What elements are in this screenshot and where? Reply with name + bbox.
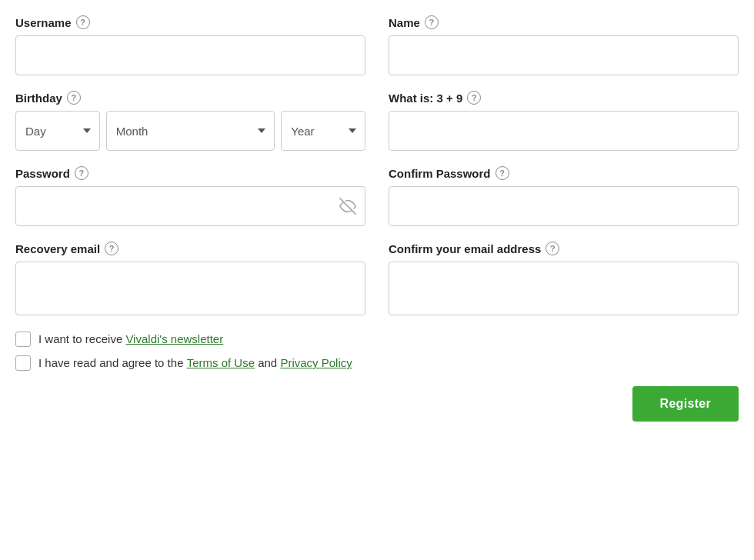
recovery-email-input[interactable] xyxy=(15,262,365,315)
month-select[interactable]: Month JanuaryFebruaryMarch AprilMayJune … xyxy=(106,111,275,151)
password-wrapper xyxy=(15,186,365,226)
username-input[interactable] xyxy=(15,35,365,75)
password-label-text: Password xyxy=(15,167,70,180)
birthday-selects: Day 123 Month JanuaryFebruaryMarch April… xyxy=(15,111,365,151)
registration-form: Username ? Name ? Birthday ? Day xyxy=(15,15,739,422)
username-help-icon[interactable]: ? xyxy=(76,15,90,29)
terms-checkbox[interactable] xyxy=(15,355,31,371)
password-input[interactable] xyxy=(15,186,365,226)
password-group: Password ? xyxy=(15,166,365,226)
register-button[interactable]: Register xyxy=(632,386,739,422)
name-input[interactable] xyxy=(389,35,739,75)
confirm-password-input[interactable] xyxy=(389,186,739,226)
newsletter-text-before: I want to receive xyxy=(38,332,125,345)
newsletter-link[interactable]: Vivaldi's newsletter xyxy=(125,332,223,345)
captcha-label: What is: 3 + 9 ? xyxy=(389,91,739,105)
month-wrapper: Month JanuaryFebruaryMarch AprilMayJune … xyxy=(106,111,275,151)
password-help-icon[interactable]: ? xyxy=(75,166,88,180)
newsletter-label[interactable]: I want to receive Vivaldi's newsletter xyxy=(38,331,223,347)
newsletter-checkbox[interactable] xyxy=(15,332,31,347)
birthday-help-icon[interactable]: ? xyxy=(67,91,81,105)
recovery-email-label: Recovery email ? xyxy=(15,242,365,255)
birthday-group: Birthday ? Day 123 Month JanuaryFebruary… xyxy=(15,91,365,151)
birthday-label-text: Birthday xyxy=(15,92,62,105)
captcha-group: What is: 3 + 9 ? xyxy=(389,91,739,151)
captcha-input[interactable] xyxy=(389,111,739,151)
name-label-text: Name xyxy=(389,16,420,29)
year-select[interactable]: Year 200020012002 xyxy=(281,111,365,151)
username-label: Username ? xyxy=(15,15,365,29)
terms-checkbox-group: I have read and agree to the Terms of Us… xyxy=(15,355,739,371)
confirm-password-label-text: Confirm Password xyxy=(389,167,491,180)
terms-text-middle: and xyxy=(255,356,280,369)
captcha-label-text: What is: 3 + 9 xyxy=(389,92,462,105)
confirm-password-help-icon[interactable]: ? xyxy=(495,166,509,180)
confirm-email-label: Confirm your email address ? xyxy=(389,242,739,255)
confirm-password-label: Confirm Password ? xyxy=(389,166,739,180)
birthday-label: Birthday ? xyxy=(15,91,365,105)
terms-link[interactable]: Terms of Use xyxy=(187,356,255,369)
confirm-email-group: Confirm your email address ? xyxy=(389,242,739,315)
recovery-email-help-icon[interactable]: ? xyxy=(105,242,118,255)
captcha-help-icon[interactable]: ? xyxy=(467,91,481,105)
name-group: Name ? xyxy=(389,15,739,75)
confirm-email-label-text: Confirm your email address xyxy=(389,242,541,255)
register-row: Register xyxy=(15,386,739,422)
terms-label[interactable]: I have read and agree to the Terms of Us… xyxy=(38,355,352,371)
privacy-link[interactable]: Privacy Policy xyxy=(280,356,352,369)
name-label: Name ? xyxy=(389,15,739,29)
toggle-password-icon[interactable] xyxy=(339,198,356,215)
day-wrapper: Day 123 xyxy=(15,111,100,151)
day-select[interactable]: Day 123 xyxy=(15,111,100,151)
newsletter-checkbox-group: I want to receive Vivaldi's newsletter xyxy=(15,331,739,347)
terms-text-before: I have read and agree to the xyxy=(38,356,187,369)
confirm-email-input[interactable] xyxy=(389,262,739,315)
recovery-email-group: Recovery email ? xyxy=(15,242,365,315)
recovery-email-label-text: Recovery email xyxy=(15,242,100,255)
username-group: Username ? xyxy=(15,15,365,75)
year-wrapper: Year 200020012002 xyxy=(281,111,365,151)
username-label-text: Username xyxy=(15,16,72,29)
name-help-icon[interactable]: ? xyxy=(425,15,439,29)
confirm-email-help-icon[interactable]: ? xyxy=(545,242,559,255)
password-label: Password ? xyxy=(15,166,365,180)
confirm-password-group: Confirm Password ? xyxy=(389,166,739,226)
